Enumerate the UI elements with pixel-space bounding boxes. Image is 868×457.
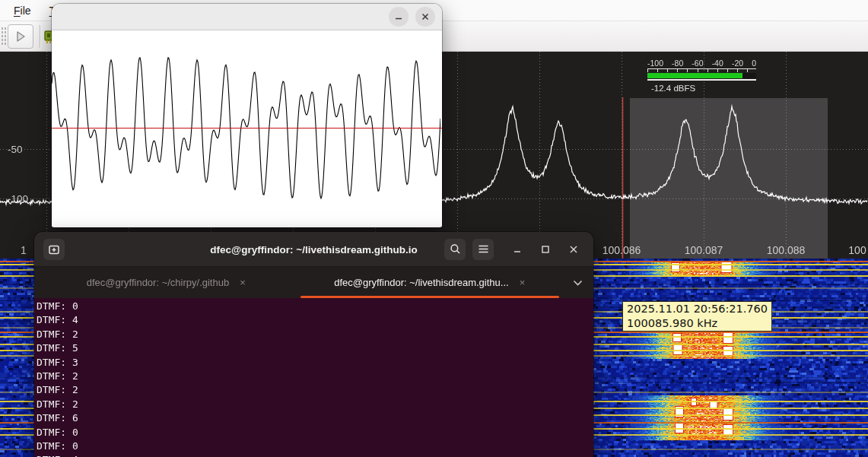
- tab-list-dropdown[interactable]: [561, 267, 593, 298]
- minimize-icon: [513, 245, 522, 254]
- hamburger-icon: [478, 244, 489, 254]
- terminal-line: DTMF: 4: [37, 453, 593, 457]
- meter-bar: [647, 73, 756, 78]
- tab-close-icon[interactable]: ×: [520, 277, 526, 288]
- terminal-minimize-button[interactable]: [507, 239, 528, 260]
- meter-tick-label: 0: [752, 59, 756, 68]
- oscilloscope-titlebar[interactable]: [52, 4, 442, 30]
- freq-label: 100.086: [603, 244, 641, 256]
- freq-label: 100: [848, 244, 866, 256]
- menu-item-file[interactable]: File: [6, 2, 39, 19]
- terminal-line: DTMF: 4: [37, 313, 593, 327]
- db-label: -100: [8, 193, 28, 205]
- terminal-title: dfec@gryffindor: ~/livethisdream.github.…: [210, 243, 417, 255]
- tab-livethisdream-github[interactable]: dfec@gryffindor: ~/livethisdream.githu..…: [298, 267, 562, 298]
- play-button[interactable]: [8, 24, 33, 49]
- close-icon: [421, 12, 430, 21]
- chevron-down-icon: [573, 280, 583, 286]
- terminal-output[interactable]: DTMF: 0DTMF: 4DTMF: 2DTMF: 5DTMF: 3DTMF:…: [34, 298, 593, 457]
- terminal-line: DTMF: 2: [37, 398, 593, 411]
- terminal-line: DTMF: 2: [37, 328, 593, 341]
- meter-tick-labels: -100-80-60-40-200: [647, 59, 756, 68]
- tab-close-icon[interactable]: ×: [240, 277, 246, 288]
- new-tab-icon: [48, 243, 60, 255]
- meter-tick-label: -20: [732, 59, 743, 68]
- terminal-line: DTMF: 5: [37, 341, 593, 355]
- new-tab-button[interactable]: [43, 239, 65, 260]
- freq-label: 1: [21, 244, 27, 256]
- active-tab-underline: [300, 296, 560, 298]
- terminal-line: DTMF: 0: [37, 300, 593, 313]
- terminal-line: DTMF: 2: [37, 370, 593, 383]
- terminal-maximize-button[interactable]: [535, 239, 556, 260]
- tab-label: dfec@gryffindor: ~/chirpy/.github: [87, 277, 229, 288]
- db-label: -50: [8, 144, 23, 155]
- menu-button[interactable]: [472, 239, 494, 260]
- terminal-line: DTMF: 3: [37, 356, 593, 370]
- terminal-line: DTMF: 0: [37, 426, 593, 440]
- meter-ruler: [647, 68, 756, 72]
- meter-underline: [647, 79, 756, 81]
- meter-tick-label: -60: [692, 59, 703, 68]
- freq-label: 100.088: [767, 244, 806, 256]
- tab-chirpy-github[interactable]: dfec@gryffindor: ~/chirpy/.github ×: [34, 267, 298, 298]
- meter-value: -12.4 dBFS: [651, 84, 756, 93]
- toolbar-separator: [40, 25, 40, 48]
- terminal-line: DTMF: 6: [37, 411, 593, 425]
- tooltip-timestamp: 2025.11.01 20:56:21.760: [627, 302, 768, 316]
- meter-tick-label: -100: [647, 59, 663, 68]
- freq-label: 100.087: [685, 244, 723, 256]
- meter-tick-label: -80: [672, 59, 683, 68]
- sdr-app-screen: FileTools -50-100 1100.086100.087100.088…: [0, 0, 868, 457]
- waveform-trace: [52, 30, 440, 227]
- scope-close-button[interactable]: [415, 7, 435, 27]
- toolbar-drag-handle[interactable]: [1, 27, 7, 46]
- meter-tick-label: -40: [712, 59, 723, 68]
- maximize-icon: [541, 245, 550, 254]
- search-button[interactable]: [444, 239, 466, 260]
- terminal-line: DTMF: 0: [37, 440, 593, 453]
- scope-minimize-button[interactable]: [389, 7, 409, 27]
- search-icon: [450, 243, 461, 255]
- signal-meter: -100-80-60-40-200 -12.4 dBFS: [647, 59, 756, 93]
- waterfall-tooltip: 2025.11.01 20:56:21.760 100085.980 kHz: [622, 301, 772, 332]
- terminal-headerbar[interactable]: dfec@gryffindor: ~/livethisdream.github.…: [34, 232, 593, 266]
- minimize-icon: [394, 12, 403, 21]
- scope-center-line: [52, 128, 442, 129]
- terminal-line: DTMF: 2: [37, 383, 593, 397]
- tooltip-frequency: 100085.980 kHz: [627, 316, 768, 331]
- terminal-tab-bar: dfec@gryffindor: ~/chirpy/.github × dfec…: [34, 266, 593, 298]
- terminal-close-button[interactable]: [563, 239, 584, 260]
- play-icon: [14, 30, 27, 43]
- meter-fill: [647, 73, 742, 78]
- close-icon: [569, 245, 578, 254]
- oscilloscope-window: [52, 4, 442, 227]
- oscilloscope-plot: [52, 30, 442, 227]
- terminal-window: dfec@gryffindor: ~/livethisdream.github.…: [34, 232, 593, 457]
- tab-label: dfec@gryffindor: ~/livethisdream.githu..…: [334, 277, 508, 288]
